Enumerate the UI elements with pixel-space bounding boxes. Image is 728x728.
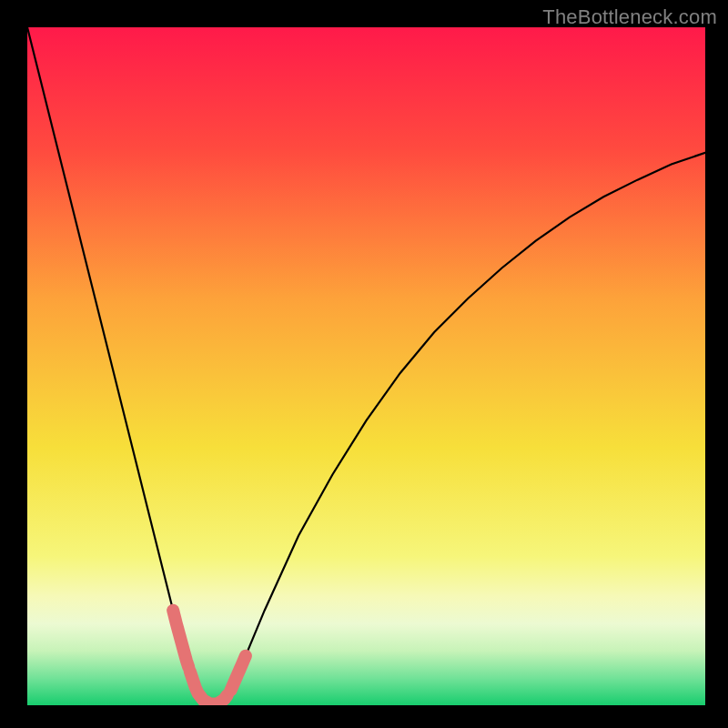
marker-segment bbox=[173, 611, 188, 668]
curve-line bbox=[27, 27, 705, 704]
marker-segment bbox=[231, 656, 246, 691]
plot-area bbox=[27, 27, 705, 705]
chart-container: TheBottleneck.com bbox=[0, 0, 728, 728]
watermark-text: TheBottleneck.com bbox=[542, 5, 717, 29]
marker-segment bbox=[190, 672, 228, 704]
bottleneck-curve bbox=[27, 27, 705, 705]
highlight-markers bbox=[173, 611, 246, 704]
